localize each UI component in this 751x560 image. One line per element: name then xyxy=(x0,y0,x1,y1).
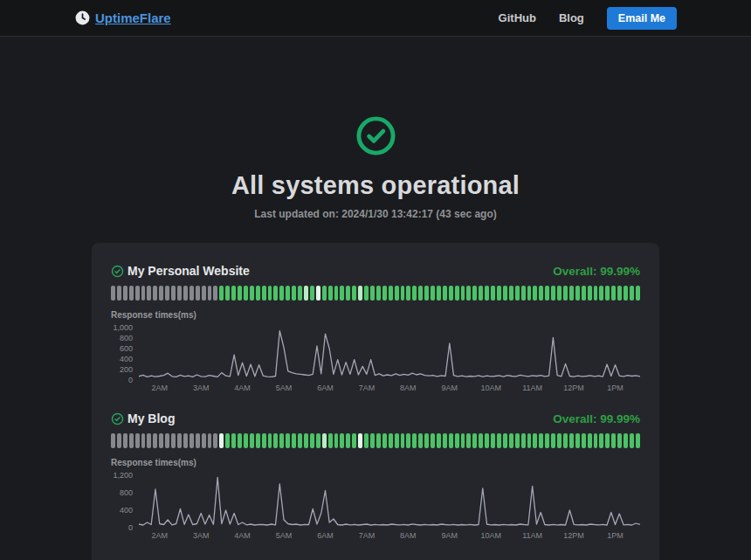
uptime-segment[interactable] xyxy=(527,286,532,301)
uptime-segment[interactable] xyxy=(545,286,549,301)
uptime-segment[interactable] xyxy=(521,433,526,448)
uptime-segment[interactable] xyxy=(238,286,242,301)
uptime-segment[interactable] xyxy=(189,433,194,448)
uptime-segment[interactable] xyxy=(515,433,520,448)
uptime-segment[interactable] xyxy=(551,286,555,301)
uptime-segment[interactable] xyxy=(376,286,381,301)
uptime-segment[interactable] xyxy=(111,286,115,301)
uptime-segment[interactable] xyxy=(624,433,628,448)
uptime-segment[interactable] xyxy=(165,433,169,448)
uptime-segment[interactable] xyxy=(231,286,236,301)
uptime-segment[interactable] xyxy=(557,286,562,301)
uptime-segment[interactable] xyxy=(159,433,163,448)
uptime-segment[interactable] xyxy=(389,286,393,301)
uptime-segment[interactable] xyxy=(262,286,266,301)
uptime-segment[interactable] xyxy=(268,286,272,301)
uptime-segment[interactable] xyxy=(273,433,278,448)
uptime-segment[interactable] xyxy=(515,286,520,301)
uptime-segment[interactable] xyxy=(268,433,272,448)
uptime-segment[interactable] xyxy=(316,286,320,301)
uptime-segment[interactable] xyxy=(117,433,121,448)
uptime-segment[interactable] xyxy=(352,433,356,448)
uptime-segment[interactable] xyxy=(292,433,296,448)
uptime-segment[interactable] xyxy=(509,286,513,301)
uptime-segment[interactable] xyxy=(455,433,459,448)
nav-link-github[interactable]: GitHub xyxy=(499,11,536,24)
uptime-segment[interactable] xyxy=(322,433,327,448)
uptime-segment[interactable] xyxy=(196,286,200,301)
uptime-segment[interactable] xyxy=(636,433,640,448)
uptime-segment[interactable] xyxy=(183,286,188,301)
uptime-segment[interactable] xyxy=(177,286,182,301)
uptime-segment[interactable] xyxy=(443,433,447,448)
uptime-segment[interactable] xyxy=(431,286,435,301)
uptime-segment[interactable] xyxy=(328,286,333,301)
uptime-segment[interactable] xyxy=(279,433,284,448)
uptime-segment[interactable] xyxy=(437,433,441,448)
uptime-segment[interactable] xyxy=(569,286,574,301)
uptime-segment[interactable] xyxy=(177,433,182,448)
uptime-segment[interactable] xyxy=(503,433,507,448)
uptime-segment[interactable] xyxy=(491,286,495,301)
uptime-segment[interactable] xyxy=(406,286,410,301)
uptime-segment[interactable] xyxy=(461,286,465,301)
uptime-segment[interactable] xyxy=(213,286,217,301)
uptime-segment[interactable] xyxy=(449,433,453,448)
uptime-segment[interactable] xyxy=(472,286,477,301)
uptime-segment[interactable] xyxy=(437,286,441,301)
uptime-segment[interactable] xyxy=(196,433,200,448)
uptime-segment[interactable] xyxy=(588,433,592,448)
uptime-segment[interactable] xyxy=(340,433,344,448)
uptime-segment[interactable] xyxy=(202,286,206,301)
uptime-segment[interactable] xyxy=(316,433,320,448)
uptime-segment[interactable] xyxy=(491,433,495,448)
uptime-segment[interactable] xyxy=(545,433,549,448)
uptime-segment[interactable] xyxy=(533,433,537,448)
uptime-segment[interactable] xyxy=(582,286,586,301)
email-me-button[interactable]: Email Me xyxy=(607,7,677,30)
uptime-segment[interactable] xyxy=(497,433,501,448)
uptime-segment[interactable] xyxy=(575,286,580,301)
uptime-segment[interactable] xyxy=(395,286,399,301)
uptime-segment[interactable] xyxy=(340,286,344,301)
uptime-segment[interactable] xyxy=(213,433,217,448)
uptime-segment[interactable] xyxy=(443,286,447,301)
uptime-segment[interactable] xyxy=(135,433,140,448)
uptime-segment[interactable] xyxy=(630,433,634,448)
uptime-segment[interactable] xyxy=(636,286,640,301)
uptime-segment[interactable] xyxy=(412,433,417,448)
uptime-segment[interactable] xyxy=(424,433,429,448)
uptime-segment[interactable] xyxy=(292,286,296,301)
uptime-segment[interactable] xyxy=(605,286,610,301)
uptime-segment[interactable] xyxy=(461,433,465,448)
uptime-segment[interactable] xyxy=(599,286,603,301)
uptime-segment[interactable] xyxy=(418,433,423,448)
uptime-segment[interactable] xyxy=(382,433,387,448)
uptime-segment[interactable] xyxy=(395,433,399,448)
uptime-segment[interactable] xyxy=(533,286,537,301)
uptime-segment[interactable] xyxy=(358,286,362,301)
uptime-segment[interactable] xyxy=(382,286,387,301)
uptime-segment[interactable] xyxy=(334,286,339,301)
uptime-segment[interactable] xyxy=(611,286,616,301)
uptime-segment[interactable] xyxy=(171,286,176,301)
uptime-segment[interactable] xyxy=(135,286,140,301)
uptime-segment[interactable] xyxy=(509,433,513,448)
uptime-segment[interactable] xyxy=(617,433,622,448)
uptime-segment[interactable] xyxy=(304,433,308,448)
uptime-segment[interactable] xyxy=(244,433,248,448)
uptime-segment[interactable] xyxy=(159,286,163,301)
uptime-segment[interactable] xyxy=(346,286,350,301)
uptime-segment[interactable] xyxy=(129,286,134,301)
uptime-segment[interactable] xyxy=(485,433,489,448)
uptime-segment[interactable] xyxy=(250,286,254,301)
uptime-segment[interactable] xyxy=(617,286,622,301)
uptime-segment[interactable] xyxy=(153,286,157,301)
uptime-segment[interactable] xyxy=(431,433,435,448)
uptime-segment[interactable] xyxy=(189,286,194,301)
uptime-segment[interactable] xyxy=(273,286,278,301)
uptime-segment[interactable] xyxy=(250,433,254,448)
uptime-segment[interactable] xyxy=(582,433,586,448)
uptime-segment[interactable] xyxy=(123,433,127,448)
uptime-segment[interactable] xyxy=(563,433,568,448)
